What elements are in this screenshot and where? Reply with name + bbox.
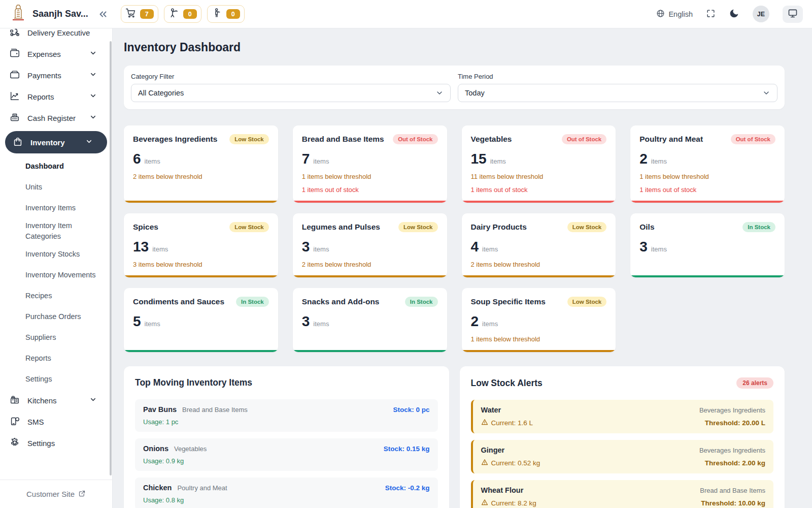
status-bar bbox=[124, 275, 278, 277]
status-badge: Low Stock bbox=[567, 297, 607, 307]
chevron-down-icon bbox=[89, 49, 104, 58]
cash-register-icon bbox=[9, 112, 27, 124]
subitem-label: Inventory Movements bbox=[25, 270, 96, 280]
category-card-dairy-products: Dairy ProductsLow Stock 4items 2 items b… bbox=[462, 213, 616, 277]
status-badge: In Stock bbox=[236, 297, 269, 307]
status-bar bbox=[630, 201, 785, 203]
below-threshold-line: 1 items below threshold bbox=[302, 173, 438, 180]
sidebar-subitem-reports[interactable]: Reports bbox=[0, 348, 112, 369]
sidebar-item-sms[interactable]: SMS bbox=[0, 411, 112, 432]
status-bar bbox=[462, 275, 616, 277]
out-of-stock-line: 1 items out of stock bbox=[471, 186, 607, 194]
alert-threshold: Threshold: 10.00 kg bbox=[701, 499, 765, 507]
sidebar-item-label: Inventory bbox=[30, 138, 65, 147]
sidebar-subitem-recipes[interactable]: Recipes bbox=[0, 285, 112, 306]
bag-icon bbox=[12, 136, 30, 149]
waiter-counter-button[interactable]: 0 bbox=[164, 5, 201, 23]
status-badge: In Stock bbox=[742, 222, 775, 232]
below-threshold-line: 1 items below threshold bbox=[471, 335, 607, 343]
sidebar-subitem-inventory-movements[interactable]: Inventory Movements bbox=[0, 265, 112, 285]
card-title: Soup Specific Items bbox=[471, 297, 546, 306]
item-name: Chicken bbox=[143, 484, 172, 492]
subitem-label: Suppliers bbox=[25, 332, 56, 343]
status-badge: Low Stock bbox=[567, 222, 607, 232]
language-selector[interactable]: English bbox=[656, 9, 693, 19]
alert-current: Current: 0.52 kg bbox=[481, 459, 540, 467]
item-usage: Usage: 1 pc bbox=[143, 418, 430, 426]
sidebar-subitem-inventory-stocks[interactable]: Inventory Stocks bbox=[0, 244, 112, 265]
top-moving-panel: Top Moving Inventory Items Pav Buns Brea… bbox=[124, 366, 449, 508]
top-header: Saanjh Sav... 7 bbox=[0, 0, 812, 28]
alert-row: Wheat Flour Bread and Base Items Current… bbox=[471, 480, 774, 508]
alerts-title: Low Stock Alerts bbox=[471, 378, 543, 389]
sidebar-item-payments[interactable]: Payments bbox=[0, 65, 112, 86]
sidebar-subitem-settings[interactable]: Settings bbox=[0, 369, 112, 390]
sidebar-subitem-units[interactable]: Units bbox=[0, 177, 112, 198]
status-badge: Low Stock bbox=[229, 222, 269, 232]
customer-site-link[interactable]: Customer Site bbox=[0, 480, 112, 508]
sidebar-item-cash-register[interactable]: Cash Register bbox=[0, 107, 112, 129]
item-count: 15 bbox=[471, 151, 487, 167]
item-category: Bread and Base Items bbox=[182, 406, 248, 414]
sidebar-subitem-suppliers[interactable]: Suppliers bbox=[0, 327, 112, 348]
category-card-soup-specific-items: Soup Specific ItemsLow Stock 2items 1 it… bbox=[462, 288, 616, 352]
sidebar-item-reports[interactable]: Reports bbox=[0, 86, 112, 107]
item-count-suffix: items bbox=[313, 157, 329, 165]
alert-category: Beverages Ingredients bbox=[699, 447, 765, 454]
sms-icon bbox=[9, 416, 27, 428]
sidebar-item-inventory[interactable]: Inventory bbox=[5, 131, 107, 153]
sidebar-scrollbar[interactable] bbox=[110, 41, 112, 475]
item-stock: Stock: 0.15 kg bbox=[384, 445, 430, 453]
subitem-label: Dashboard bbox=[25, 161, 64, 172]
display-mode-button[interactable] bbox=[783, 6, 803, 23]
status-badge: In Stock bbox=[405, 297, 438, 307]
scooter-icon bbox=[9, 28, 27, 39]
subitem-label: Reports bbox=[25, 353, 51, 364]
sidebar-item-delivery-executive[interactable]: Delivery Executive bbox=[0, 28, 112, 43]
sidebar-collapse-icon[interactable] bbox=[97, 9, 109, 20]
subitem-label: Inventory Items bbox=[25, 203, 76, 213]
category-card-poultry-and-meat: Poultry and MeatOut of Stock 2items 1 it… bbox=[630, 125, 785, 203]
category-card-oils: OilsIn Stock 3items bbox=[630, 213, 785, 277]
avatar[interactable]: JE bbox=[753, 6, 769, 22]
subitem-label: Settings bbox=[25, 374, 52, 385]
alert-current: Current: 8.2 kg bbox=[481, 499, 536, 507]
out-of-stock-line: 1 items out of stock bbox=[639, 186, 775, 194]
item-count-suffix: items bbox=[482, 245, 498, 253]
sidebar-subitem-inventory-item-categories[interactable]: Inventory Item Categories bbox=[0, 218, 112, 244]
sidebar-item-settings[interactable]: Settings bbox=[0, 432, 112, 454]
alert-name: Wheat Flour bbox=[481, 486, 524, 494]
person-counter-button[interactable]: 0 bbox=[207, 5, 245, 23]
category-filter-select[interactable]: All Categories bbox=[131, 84, 451, 102]
alert-row: Water Beverages Ingredients Current: 1.6… bbox=[471, 400, 774, 433]
list-item: Onions Vegetables Stock: 0.15 kg Usage: … bbox=[135, 438, 438, 471]
sidebar: Delivery Executive Expenses Payments bbox=[0, 28, 113, 508]
card-title: Dairy Products bbox=[471, 222, 527, 232]
subitem-label: Inventory Item Categories bbox=[25, 220, 101, 242]
status-badge: Out of Stock bbox=[731, 134, 775, 144]
item-count-suffix: items bbox=[651, 157, 667, 165]
globe-icon bbox=[656, 9, 665, 19]
sidebar-subitem-dashboard[interactable]: Dashboard bbox=[0, 156, 112, 177]
item-count: 3 bbox=[302, 313, 310, 330]
dark-mode-button[interactable] bbox=[729, 8, 739, 20]
sidebar-subitem-inventory-items[interactable]: Inventory Items bbox=[0, 198, 112, 218]
fullscreen-icon bbox=[706, 9, 716, 20]
time-period-select[interactable]: Today bbox=[458, 84, 777, 102]
item-name: Onions bbox=[143, 444, 168, 453]
subitem-label: Purchase Orders bbox=[25, 311, 81, 322]
card-title: Bread and Base Items bbox=[302, 134, 384, 144]
customer-site-label: Customer Site bbox=[26, 490, 75, 498]
item-count: 2 bbox=[639, 151, 648, 167]
waiter-icon bbox=[168, 8, 179, 20]
category-card-bread-and-base-items: Bread and Base ItemsOut of Stock 7items … bbox=[293, 125, 447, 203]
payments-wallet-icon bbox=[9, 69, 27, 82]
fullscreen-button[interactable] bbox=[706, 9, 716, 20]
sidebar-item-label: Settings bbox=[27, 439, 55, 448]
cart-counter-button[interactable]: 7 bbox=[121, 5, 158, 23]
sidebar-item-expenses[interactable]: Expenses bbox=[0, 43, 112, 65]
sidebar-item-kitchens[interactable]: Kitchens bbox=[0, 390, 112, 411]
status-badge: Out of Stock bbox=[562, 134, 606, 144]
sidebar-subitem-purchase-orders[interactable]: Purchase Orders bbox=[0, 306, 112, 327]
chevron-down-icon bbox=[435, 89, 444, 97]
